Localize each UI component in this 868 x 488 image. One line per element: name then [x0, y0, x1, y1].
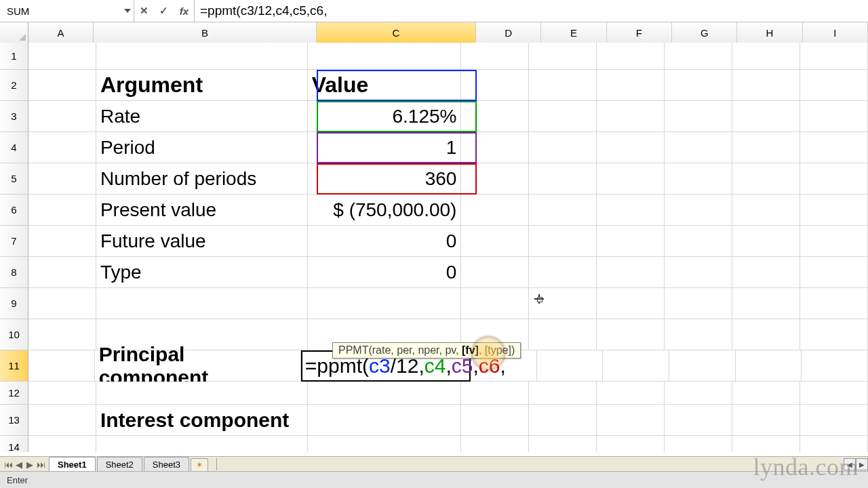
cell-e5[interactable] [529, 163, 597, 195]
cell-a8[interactable] [28, 257, 96, 288]
row-header-2[interactable]: 2 [0, 70, 28, 101]
cell-d5[interactable] [461, 163, 529, 195]
cell-f11[interactable] [603, 350, 669, 382]
sheet-tab-1[interactable]: Sheet1 [49, 457, 96, 472]
cell-e6[interactable] [529, 195, 597, 226]
cell-g9[interactable] [665, 288, 732, 319]
cell-c5[interactable]: 360 [308, 163, 462, 195]
cell-b13[interactable]: Interest component [96, 405, 308, 436]
cell-d8[interactable] [461, 257, 529, 288]
cell-h6[interactable] [732, 195, 800, 226]
cell-a13[interactable] [28, 405, 96, 436]
cell-i11[interactable] [802, 350, 868, 382]
cell-i6[interactable] [800, 195, 868, 226]
row-header-8[interactable]: 8 [0, 257, 28, 288]
row-header-5[interactable]: 5 [0, 163, 28, 195]
column-header-d[interactable]: D [476, 22, 541, 43]
cell-d6[interactable] [461, 195, 529, 226]
cell-d1[interactable] [461, 43, 529, 70]
tab-nav-first-icon[interactable]: ⏮ [3, 458, 14, 470]
horizontal-scrollbar[interactable]: ◀ ▶ [216, 458, 868, 470]
cell-i8[interactable] [800, 257, 868, 288]
cell-b8[interactable]: Type [96, 257, 308, 288]
cell-c2[interactable]: Value [308, 70, 462, 101]
cell-a6[interactable] [28, 195, 96, 226]
cell-c8[interactable]: 0 [308, 257, 462, 288]
cell-h3[interactable] [732, 101, 800, 132]
cell-a1[interactable] [28, 43, 96, 70]
cell-e1[interactable] [529, 43, 597, 70]
column-header-h[interactable]: H [737, 22, 802, 43]
cell-b11[interactable]: Principal component [95, 350, 301, 382]
cell-f3[interactable] [597, 101, 665, 132]
cell-f4[interactable] [597, 132, 665, 163]
cell-i1[interactable] [800, 43, 868, 70]
cell-c9[interactable] [308, 288, 462, 319]
cell-e10[interactable] [529, 319, 597, 350]
cell-b5[interactable]: Number of periods [96, 163, 308, 195]
hscroll-right-icon[interactable]: ▶ [856, 458, 868, 470]
row-header-4[interactable]: 4 [0, 132, 28, 163]
cell-g14[interactable] [665, 436, 732, 452]
row-header-1[interactable]: 1 [0, 43, 28, 70]
column-header-c[interactable]: C [317, 22, 476, 43]
cell-g10[interactable] [665, 319, 732, 350]
cell-f10[interactable] [597, 319, 665, 350]
row-header-14[interactable]: 14 [0, 436, 28, 452]
cell-i10[interactable] [800, 319, 868, 350]
cell-a2[interactable] [28, 70, 96, 101]
cell-f13[interactable] [597, 405, 665, 436]
cell-i14[interactable] [800, 436, 868, 452]
cell-f7[interactable] [597, 226, 665, 257]
column-header-e[interactable]: E [541, 22, 606, 43]
cell-g7[interactable] [665, 226, 732, 257]
cell-f6[interactable] [597, 195, 665, 226]
cell-b2[interactable]: Argument [96, 70, 308, 101]
row-header-13[interactable]: 13 [0, 405, 28, 436]
cell-h12[interactable] [732, 382, 800, 405]
sheet-tab-3[interactable]: Sheet3 [144, 457, 189, 472]
cell-d9[interactable] [461, 288, 529, 319]
cell-h8[interactable] [732, 257, 800, 288]
cell-i2[interactable] [800, 70, 868, 101]
cell-c6[interactable]: $ (750,000.00) [308, 195, 462, 226]
cell-c13[interactable] [308, 405, 462, 436]
cell-h9[interactable] [732, 288, 800, 319]
cell-c3[interactable]: 6.125% [308, 101, 462, 132]
hscroll-left-icon[interactable]: ◀ [844, 458, 856, 470]
tab-nav-last-icon[interactable]: ⏭ [35, 458, 46, 470]
cell-b14[interactable] [96, 436, 308, 452]
cell-i7[interactable] [800, 226, 868, 257]
column-header-b[interactable]: B [94, 22, 317, 43]
cell-e14[interactable] [529, 436, 597, 452]
cell-i13[interactable] [800, 405, 868, 436]
cell-f8[interactable] [597, 257, 665, 288]
cell-g4[interactable] [665, 132, 732, 163]
cell-c4[interactable]: 1 [308, 132, 462, 163]
cell-h7[interactable] [732, 226, 800, 257]
cell-d13[interactable] [461, 405, 529, 436]
cell-h13[interactable] [732, 405, 800, 436]
cell-e9[interactable] [529, 288, 597, 319]
cell-d12[interactable] [461, 382, 529, 405]
cell-h5[interactable] [732, 163, 800, 195]
name-box-dropdown-icon[interactable] [121, 0, 134, 22]
cell-h4[interactable] [732, 132, 800, 163]
insert-function-icon[interactable]: fx [176, 3, 192, 19]
column-header-i[interactable]: I [803, 22, 868, 43]
cell-d7[interactable] [461, 226, 529, 257]
cell-f2[interactable] [597, 70, 665, 101]
cell-g6[interactable] [665, 195, 732, 226]
cell-d2[interactable] [461, 70, 529, 101]
cell-b9[interactable] [96, 288, 308, 319]
formula-bar-input[interactable]: =ppmt(c3/12,c4,c5,c6, [195, 0, 868, 22]
cell-d4[interactable] [461, 132, 529, 163]
cell-a12[interactable] [28, 382, 96, 405]
cell-b7[interactable]: Future value [96, 226, 308, 257]
row-header-10[interactable]: 10 [0, 319, 28, 350]
cell-e7[interactable] [529, 226, 597, 257]
cell-c14[interactable] [308, 436, 462, 452]
cell-i12[interactable] [800, 382, 868, 405]
cell-a14[interactable] [28, 436, 96, 452]
cell-g5[interactable] [665, 163, 732, 195]
